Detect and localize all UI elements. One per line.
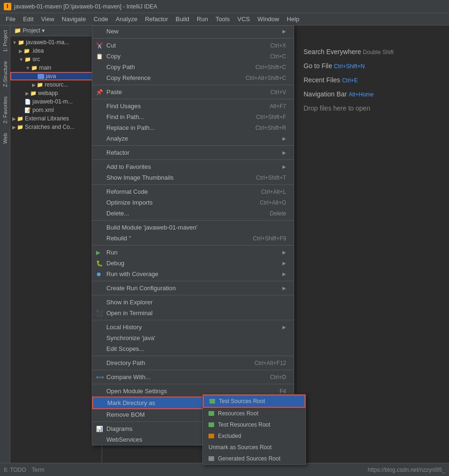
ctx-item-new[interactable]: New▶	[92, 26, 294, 37]
ctx-separator-sep11	[92, 320, 294, 320]
menu-item-code[interactable]: Code	[90, 14, 112, 24]
ctx-item-find-in-path[interactable]: Find in Path...Ctrl+Shift+F	[92, 111, 294, 122]
ctx-item-analyze[interactable]: Analyze▶	[92, 133, 294, 144]
sidebar-tab-project[interactable]: 1: Project	[1, 25, 9, 56]
tree-item-java[interactable]: java	[10, 72, 102, 80]
ctx-item-open-terminal[interactable]: ⬛Open in Terminal	[92, 308, 294, 318]
tree-item-webapp[interactable]: ▶📁webapp	[10, 89, 102, 97]
menu-item-edit[interactable]: Edit	[19, 14, 37, 24]
status-url: https://blog.csdn.net/nzzynl95_	[368, 467, 445, 473]
ctx-separator-sep14	[92, 384, 294, 384]
left-tabs: 1: Project Z-Structure 2: Favorites Web	[0, 25, 10, 463]
hint-drop-files: Drop files here to open	[304, 104, 440, 112]
ctx-separator-sep2	[92, 85, 294, 85]
ctx-separator-sep12	[92, 356, 294, 356]
ctx-item-run[interactable]: ▶Run▶	[92, 247, 294, 258]
submenu-item-resources-root[interactable]: Resources Root	[203, 408, 305, 419]
status-todo[interactable]: 6: TODO	[4, 467, 26, 473]
ctx-item-cut[interactable]: ✂️CutCtrl+X	[92, 40, 294, 51]
ctx-item-paste[interactable]: 📌PasteCtrl+V	[92, 87, 294, 97]
submenu-item-unmark-sources[interactable]: Unmark as Sources Root	[203, 442, 305, 453]
ctx-separator-sep6	[92, 184, 294, 185]
context-menu: New▶✂️CutCtrl+X📋CopyCtrl+CCopy PathCtrl+…	[92, 25, 294, 445]
status-term[interactable]: Term	[32, 467, 45, 473]
project-label: 📁 Project ▾	[14, 27, 45, 34]
tree-item-scratches-and-co---[interactable]: ▶📁Scratches and Co...	[10, 123, 102, 131]
ctx-separator-sep4	[92, 145, 294, 146]
menu-item-tools[interactable]: Tools	[212, 14, 233, 24]
ctx-item-debug[interactable]: 🐛Debug▶	[92, 258, 294, 269]
hint-search: Search Everywhere Double Shift	[304, 48, 440, 56]
ctx-item-show-explorer[interactable]: Show in Explorer	[92, 297, 294, 308]
ctx-item-copy-path[interactable]: Copy PathCtrl+Shift+C	[92, 62, 294, 72]
right-panel: Search Everywhere Double Shift Go to Fil…	[294, 39, 449, 463]
project-panel-header[interactable]: 📁 Project ▾	[10, 25, 102, 36]
tree-item-main[interactable]: ▼📁main	[10, 63, 102, 72]
ctx-item-compare-with[interactable]: ⟺Compare With...Ctrl+D	[92, 372, 294, 382]
hint-goto-file: Go to File Ctrl+Shift+N	[304, 62, 440, 70]
ctx-item-create-run-config[interactable]: Create Run Configuration▶	[92, 283, 294, 294]
submenu-item-test-resources[interactable]: Test Resources Root	[203, 419, 305, 430]
ctx-item-find-usages[interactable]: Find UsagesAlt+F7	[92, 101, 294, 111]
sidebar-tab-web[interactable]: Web	[1, 128, 9, 148]
ctx-item-replace-in-path[interactable]: Replace in Path...Ctrl+Shift+R	[92, 122, 294, 133]
ctx-item-directory-path[interactable]: Directory PathCtrl+Alt+F12	[92, 357, 294, 368]
ctx-item-copy-ref[interactable]: Copy ReferenceCtrl+Alt+Shift+C	[92, 72, 294, 83]
ctx-separator-sep5	[92, 159, 294, 160]
hint-navigation-bar: Navigation Bar Alt+Home	[304, 90, 440, 98]
ctx-separator-sep13	[92, 370, 294, 370]
menu-item-navigate[interactable]: Navigate	[58, 14, 89, 24]
status-bar: 6: TODO Term https://blog.csdn.net/nzzyn…	[0, 463, 449, 476]
menu-item-analyze[interactable]: Analyze	[112, 14, 141, 24]
tree-item-javaweb-01-m---[interactable]: 📄javaweb-01-m...	[10, 97, 102, 106]
tree-item-resourc---[interactable]: ▶📁resourc...	[10, 80, 102, 89]
tree-item-src[interactable]: ▼📁src	[10, 55, 102, 63]
ctx-item-build-module[interactable]: Build Module 'javaweb-01-maven'	[92, 222, 294, 233]
ctx-separator-sep1	[92, 38, 294, 39]
ctx-item-edit-scopes[interactable]: Edit Scopes...	[92, 343, 294, 354]
menu-item-run[interactable]: Run	[193, 14, 212, 24]
ctx-item-reformat[interactable]: Reformat CodeCtrl+Alt+L	[92, 186, 294, 197]
window-title: javaweb-01-maven [D:\javaweb-01-maven] -…	[14, 3, 157, 10]
ctx-separator-sep9	[92, 281, 294, 281]
ctx-item-delete[interactable]: Delete...Delete	[92, 208, 294, 219]
submenu: Test Sources RootResources RootTest Reso…	[202, 394, 306, 465]
ctx-item-run-coverage[interactable]: ⏺Run with Coverage▶	[92, 269, 294, 279]
ctx-separator-sep10	[92, 295, 294, 295]
project-panel: 📁 Project ▾ ▼📁javaweb-01-ma...▶📁.idea▼📁s…	[10, 25, 102, 463]
tree-item-external-libraries[interactable]: ▶📁External Libraries	[10, 114, 102, 123]
ctx-item-local-history[interactable]: Local History▶	[92, 322, 294, 333]
sidebar-tab-favorites[interactable]: 2: Favorites	[1, 92, 9, 128]
project-tree: ▼📁javaweb-01-ma...▶📁.idea▼📁src▼📁mainjava…	[10, 36, 102, 463]
tree-item--idea[interactable]: ▶📁.idea	[10, 47, 102, 55]
ctx-item-add-favorites[interactable]: Add to Favorites▶	[92, 161, 294, 172]
ctx-item-refactor[interactable]: Refactor▶	[92, 147, 294, 158]
ctx-item-optimize-imports[interactable]: Optimize ImportsCtrl+Alt+O	[92, 197, 294, 208]
hint-recent-files: Recent Files Ctrl+E	[304, 76, 440, 84]
menu-item-file[interactable]: File	[2, 14, 19, 24]
menu-item-window[interactable]: Window	[254, 14, 283, 24]
ctx-item-copy[interactable]: 📋CopyCtrl+C	[92, 51, 294, 62]
menu-item-refactor[interactable]: Refactor	[141, 14, 172, 24]
menu-item-vcs[interactable]: VCS	[233, 14, 254, 24]
submenu-item-excluded[interactable]: Excluded	[203, 430, 305, 442]
menu-item-view[interactable]: View	[37, 14, 58, 24]
ctx-separator-sep8	[92, 245, 294, 246]
ctx-item-synchronize[interactable]: Synchronize 'java'	[92, 333, 294, 343]
title-bar: I javaweb-01-maven [D:\javaweb-01-maven]…	[0, 0, 449, 13]
tree-item-pom-xml[interactable]: 📝pom.xml	[10, 106, 102, 114]
menu-item-help[interactable]: Help	[283, 14, 303, 24]
submenu-item-generated-sources[interactable]: Generated Sources Root	[203, 453, 305, 464]
tree-item-javaweb-01-ma---[interactable]: ▼📁javaweb-01-ma...	[10, 38, 102, 47]
ctx-item-rebuild[interactable]: Rebuild ''Ctrl+Shift+F9	[92, 233, 294, 244]
submenu-item-test-sources[interactable]: Test Sources Root	[203, 395, 305, 408]
ctx-separator-sep3	[92, 99, 294, 99]
sidebar-tab-structure[interactable]: Z-Structure	[1, 56, 9, 92]
app-icon: I	[4, 3, 11, 10]
menu-bar: FileEditViewNavigateCodeAnalyzeRefactorB…	[0, 13, 449, 25]
ctx-item-show-thumbnails[interactable]: Show Image ThumbnailsCtrl+Shift+T	[92, 172, 294, 183]
menu-item-build[interactable]: Build	[172, 14, 193, 24]
ctx-separator-sep7	[92, 220, 294, 221]
